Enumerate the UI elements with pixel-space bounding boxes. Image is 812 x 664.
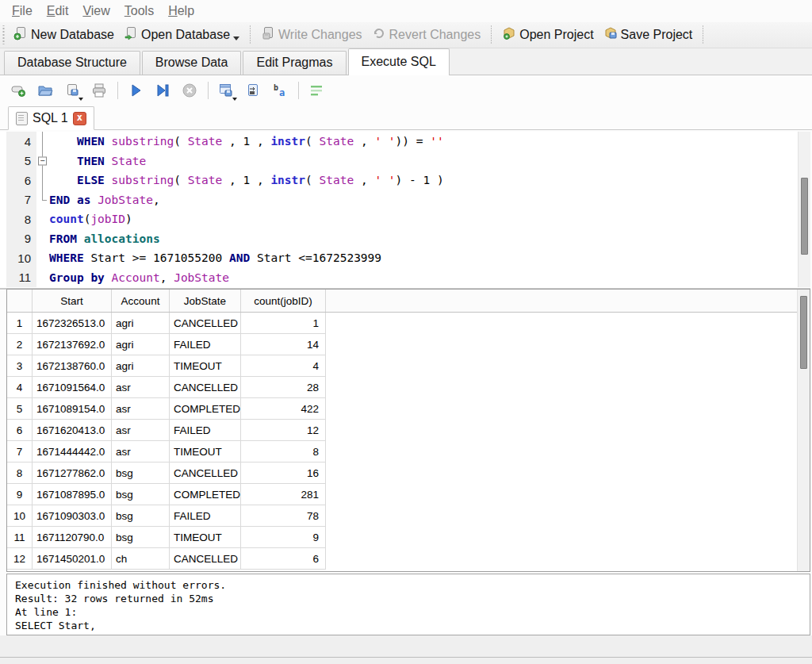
cell[interactable]: bsg — [112, 484, 170, 505]
print-icon[interactable] — [89, 80, 109, 101]
cell[interactable]: TIMEOUT — [170, 355, 241, 377]
cell[interactable]: TIMEOUT — [170, 441, 241, 462]
row-number[interactable]: 6 — [7, 420, 33, 441]
cell[interactable]: 12 — [241, 420, 326, 441]
cell[interactable]: agri — [112, 313, 170, 334]
editor-scrollbar-thumb[interactable] — [801, 178, 808, 255]
open-database-dropdown-caret[interactable] — [233, 36, 239, 40]
column-header-countjobid[interactable]: count(jobID) — [241, 290, 326, 312]
row-number[interactable]: 9 — [7, 484, 33, 505]
cell[interactable]: 6 — [241, 548, 326, 570]
cell[interactable]: 16 — [241, 462, 326, 484]
sql-tab[interactable]: SQL 1 x — [8, 106, 94, 130]
cell[interactable]: CANCELLED — [170, 313, 241, 334]
tab-execute-sql[interactable]: Execute SQL — [348, 48, 450, 75]
editor-scrollbar[interactable] — [798, 132, 810, 287]
cell[interactable]: 28 — [241, 377, 326, 398]
word-wrap-icon[interactable] — [306, 80, 327, 101]
row-number[interactable]: 2 — [7, 334, 33, 355]
save-results-icon[interactable] — [216, 80, 236, 101]
cell[interactable]: bsg — [112, 462, 170, 484]
row-number[interactable]: 3 — [7, 355, 33, 377]
new-sql-tab-icon[interactable] — [8, 80, 29, 101]
menu-help[interactable]: Help — [161, 2, 201, 20]
menu-edit[interactable]: Edit — [40, 2, 76, 20]
save-results-icon-caret[interactable] — [232, 98, 237, 101]
cell[interactable]: asr — [112, 377, 170, 398]
cell[interactable]: 4 — [241, 355, 326, 377]
cell[interactable]: 1672138760.0 — [33, 355, 112, 377]
column-header-start[interactable]: Start — [33, 290, 112, 312]
close-icon[interactable]: x — [73, 112, 86, 125]
cell[interactable]: COMPLETED — [170, 398, 241, 420]
cell[interactable]: 78 — [241, 505, 326, 527]
column-header-account[interactable]: Account — [112, 290, 170, 312]
cell[interactable]: 1671444442.0 — [33, 441, 112, 462]
results-scrollbar[interactable] — [797, 290, 810, 571]
row-number[interactable]: 1 — [7, 313, 33, 334]
cell[interactable]: asr — [112, 420, 170, 441]
open-project-button[interactable]: Open Project — [497, 24, 598, 46]
cell[interactable]: FAILED — [170, 420, 241, 441]
cell[interactable]: asr — [112, 441, 170, 462]
fold-marker[interactable] — [36, 152, 49, 171]
save-sql-file-icon[interactable] — [62, 80, 82, 101]
row-number[interactable]: 12 — [7, 548, 33, 570]
save-sql-file-icon-caret[interactable] — [79, 98, 83, 101]
cell[interactable]: 1671090303.0 — [33, 505, 112, 527]
menu-bar: FileEditViewToolsHelp — [0, 0, 812, 22]
execute-all-icon[interactable] — [125, 80, 146, 101]
cell[interactable]: 1671087895.0 — [33, 484, 112, 505]
cell[interactable]: 8 — [241, 441, 326, 462]
open-sql-file-icon[interactable] — [35, 80, 56, 101]
cell[interactable]: bsg — [112, 527, 170, 548]
row-number[interactable]: 4 — [7, 377, 33, 398]
new-database-button[interactable]: New Database — [9, 24, 119, 46]
cell[interactable]: 1672326513.0 — [33, 313, 112, 334]
cell[interactable]: 1 — [241, 313, 326, 334]
cell[interactable]: agri — [112, 355, 170, 377]
cell[interactable]: CANCELLED — [170, 377, 241, 398]
cell[interactable]: 1671120790.0 — [33, 527, 112, 548]
cell[interactable]: bsg — [112, 505, 170, 527]
results-scrollbar-thumb[interactable] — [800, 296, 807, 369]
cell[interactable]: 281 — [241, 484, 326, 505]
cell[interactable]: agri — [112, 334, 170, 355]
execute-line-icon[interactable] — [152, 80, 173, 101]
cell[interactable]: FAILED — [170, 505, 241, 527]
row-number[interactable]: 5 — [7, 398, 33, 420]
cell[interactable]: TIMEOUT — [170, 527, 241, 548]
sql-editor[interactable]: 4 WHEN substring( State , 1 , instr( Sta… — [0, 132, 798, 287]
tab-edit-pragmas[interactable]: Edit Pragmas — [243, 51, 346, 75]
cell[interactable]: 1671091564.0 — [33, 377, 112, 398]
open-database-button[interactable]: Open Database — [119, 24, 235, 46]
cell[interactable]: 1671089154.0 — [33, 398, 112, 420]
tab-browse-data[interactable]: Browse Data — [142, 51, 242, 75]
cell[interactable]: 422 — [241, 398, 326, 420]
cell[interactable]: 1671450201.0 — [33, 548, 112, 570]
find-replace-icon[interactable]: ba — [270, 80, 290, 101]
cell[interactable]: CANCELLED — [170, 548, 241, 570]
cell[interactable]: 14 — [241, 334, 326, 355]
cell[interactable]: asr — [112, 398, 170, 420]
toolbar-drag-handle[interactable] — [2, 25, 6, 44]
menu-file[interactable]: File — [5, 2, 40, 20]
cell[interactable]: 1671620413.0 — [33, 420, 112, 441]
tab-database-structure[interactable]: Database Structure — [4, 51, 140, 75]
export-csv-icon[interactable] — [243, 80, 263, 101]
menu-view[interactable]: View — [75, 2, 117, 20]
cell[interactable]: ch — [112, 548, 170, 570]
row-number[interactable]: 8 — [7, 462, 33, 484]
row-number[interactable]: 11 — [7, 527, 33, 548]
menu-tools[interactable]: Tools — [117, 2, 161, 20]
cell[interactable]: FAILED — [170, 334, 241, 355]
cell[interactable]: 1671277862.0 — [33, 462, 112, 484]
cell[interactable]: 1672137692.0 — [33, 334, 112, 355]
row-number[interactable]: 7 — [7, 441, 33, 462]
cell[interactable]: COMPLETED — [170, 484, 241, 505]
cell[interactable]: CANCELLED — [170, 462, 241, 484]
save-project-button[interactable]: Save Project — [599, 24, 698, 46]
row-number[interactable]: 10 — [7, 505, 33, 527]
column-header-jobstate[interactable]: JobState — [170, 290, 241, 312]
cell[interactable]: 9 — [241, 527, 326, 548]
